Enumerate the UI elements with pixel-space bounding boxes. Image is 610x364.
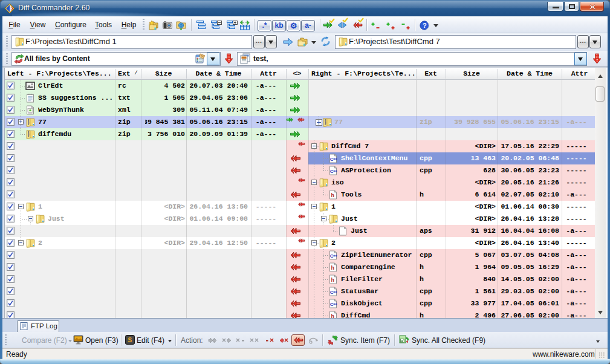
svg-text:h: h [331, 278, 334, 284]
svg-text:h: h [331, 193, 334, 199]
svg-text:h: h [331, 265, 334, 271]
svg-text:S: S [128, 337, 132, 343]
svg-text:C: C [330, 157, 334, 162]
svg-text:h: h [331, 314, 334, 318]
svg-text:C: C [330, 253, 334, 259]
svg-text:?: ? [423, 22, 427, 29]
svg-text:C: C [330, 290, 334, 295]
svg-text:C: C [330, 169, 334, 174]
svg-text:C: C [330, 302, 334, 307]
